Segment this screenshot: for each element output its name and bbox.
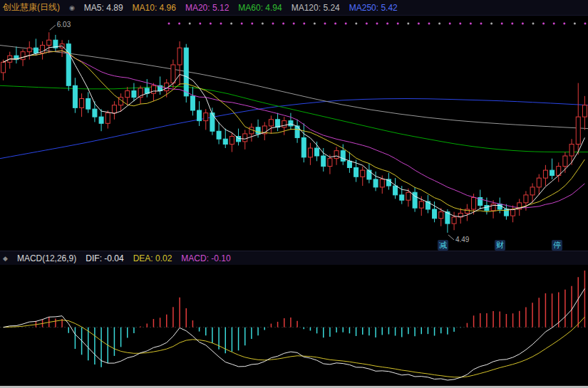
chart-title: 创业慧康(日线) bbox=[3, 1, 60, 14]
macd-stat: DEA: 0.02 bbox=[133, 253, 172, 263]
chart-window: 创业慧康(日线) ◉ MA5: 4.89 MA10: 4.96 MA20: 5.… bbox=[0, 0, 588, 388]
event-marker[interactable]: 减 bbox=[438, 240, 448, 251]
svg-text:6.03: 6.03 bbox=[57, 21, 71, 28]
macd-header: ◆ MACD(12,26,9) DIF: -0.04 DEA: 0.02 MAC… bbox=[0, 251, 588, 265]
event-marker[interactable]: 财 bbox=[495, 240, 505, 251]
main-chart[interactable]: 6.034.49 减 财 停 bbox=[0, 16, 588, 251]
indicator-collapse-icon[interactable]: ◆ bbox=[3, 255, 8, 262]
macd-canvas[interactable] bbox=[0, 265, 588, 386]
candlestick-canvas[interactable]: 6.034.49 bbox=[0, 16, 588, 251]
macd-stat: MACD: -0.10 bbox=[181, 253, 230, 263]
chart-header: 创业慧康(日线) ◉ MA5: 4.89 MA10: 4.96 MA20: 5.… bbox=[0, 0, 588, 16]
svg-text:4.49: 4.49 bbox=[455, 236, 470, 243]
ma-label: MA250: 5.42 bbox=[349, 3, 398, 13]
event-marker[interactable]: 停 bbox=[552, 240, 562, 251]
ma-label: MA120: 5.24 bbox=[292, 3, 340, 13]
ma-label: MA10: 4.96 bbox=[133, 3, 176, 13]
macd-panel[interactable] bbox=[0, 265, 588, 386]
ma-label: MA60: 4.94 bbox=[238, 3, 282, 13]
ma-label: MA20: 5.12 bbox=[185, 3, 229, 13]
macd-stat: DIF: -0.04 bbox=[86, 253, 123, 263]
indicator-toggle-icon[interactable]: ◉ bbox=[69, 4, 75, 11]
macd-title: MACD(12,26,9) bbox=[17, 253, 76, 263]
ma-label: MA5: 4.89 bbox=[84, 3, 123, 13]
